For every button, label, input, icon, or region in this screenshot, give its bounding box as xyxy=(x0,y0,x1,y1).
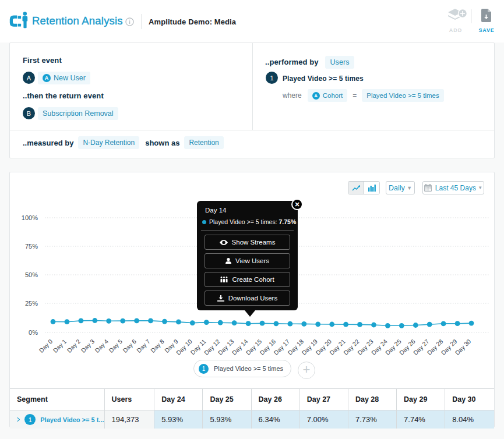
svg-text:Day 7: Day 7 xyxy=(135,338,151,354)
svg-text:75%: 75% xyxy=(25,243,38,250)
svg-text:Day 0: Day 0 xyxy=(38,338,54,354)
svg-text:Day 30: Day 30 xyxy=(453,338,472,356)
svg-text:0%: 0% xyxy=(29,329,38,336)
svg-text:Day 1: Day 1 xyxy=(51,338,68,354)
svg-text:25%: 25% xyxy=(25,300,38,307)
svg-text:100%: 100% xyxy=(22,214,38,221)
svg-text:Day 4: Day 4 xyxy=(93,338,110,354)
svg-text:50%: 50% xyxy=(25,271,38,278)
svg-text:Day 2: Day 2 xyxy=(65,338,82,354)
svg-text:Day 8: Day 8 xyxy=(149,338,165,354)
svg-text:Day 10: Day 10 xyxy=(175,338,193,356)
svg-text:Day 5: Day 5 xyxy=(107,338,124,354)
svg-text:Day 6: Day 6 xyxy=(121,338,138,354)
svg-text:Day 3: Day 3 xyxy=(79,338,96,354)
